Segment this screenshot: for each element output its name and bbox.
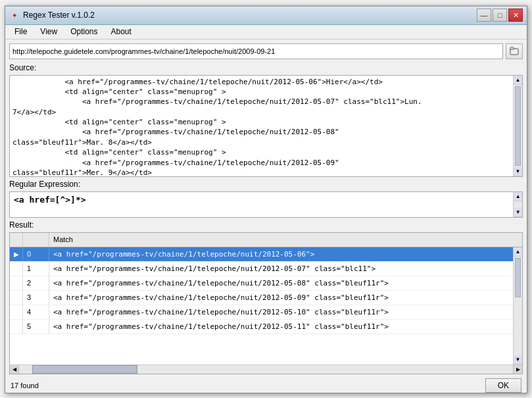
svg-rect-1 [510,47,514,49]
row-match: <a href="/programmes-tv/chaine/1/telepoc… [49,250,513,259]
scroll-down-arrow[interactable]: ▼ [514,167,522,176]
result-scrollbar[interactable]: ▲ ▼ [513,247,522,364]
result-table-header: Match [10,233,522,247]
row-match: <a href="/programmes-tv/chaine/1/telepoc… [49,293,513,302]
row-number: 3 [23,291,49,305]
hscroll-thumb[interactable] [32,365,137,374]
source-label: Source: [9,63,523,72]
menu-view[interactable]: View [34,26,64,37]
row-arrow [10,262,23,276]
source-textarea[interactable] [10,76,513,176]
row-arrow [10,291,23,305]
result-horizontal-scrollbar[interactable]: ◀ ▶ [10,364,522,374]
menu-about[interactable]: About [105,26,138,37]
menu-bar: File View Options About [5,25,527,39]
scroll-thumb[interactable] [515,86,521,166]
minimize-button[interactable]: — [477,9,491,22]
hscroll-left[interactable]: ◀ [10,365,19,374]
maximize-button[interactable]: □ [493,9,507,22]
row-match: <a href="/programmes-tv/chaine/1/telepoc… [49,279,513,287]
header-num-col [23,233,49,247]
close-button[interactable]: ✕ [508,9,523,22]
menu-file[interactable]: File [8,26,34,37]
row-arrow: ▶ [10,247,23,261]
window-controls: — □ ✕ [477,9,523,22]
row-arrow [10,276,23,290]
result-table: Match ▶0<a href="/programmes-tv/chaine/1… [9,232,523,374]
row-match: <a href="/programmes-tv/chaine/1/telepoc… [49,308,513,316]
menu-options[interactable]: Options [64,26,104,37]
row-number: 5 [23,320,49,334]
url-open-button[interactable] [506,43,523,59]
regex-scrollbar[interactable]: ▲ ▼ [513,192,522,217]
regex-scroll-up[interactable]: ▲ [514,192,522,201]
scroll-up-arrow[interactable]: ▲ [514,76,522,85]
row-arrow [10,305,23,319]
hscroll-right[interactable]: ▶ [513,365,522,374]
result-scroll-up[interactable]: ▲ [514,247,522,257]
table-row[interactable]: 2<a href="/programmes-tv/chaine/1/telepo… [10,276,513,291]
result-scroll-down[interactable]: ▼ [514,355,522,364]
header-arrow-col [10,233,23,247]
window-title: Regex Tester v.1.0.2 [23,11,477,20]
found-status: 17 found [11,382,39,389]
regex-input[interactable] [10,192,513,217]
url-row [9,43,523,59]
regex-label: Regular Expression: [9,180,523,189]
row-number: 1 [23,262,49,276]
regex-scroll-down[interactable]: ▼ [514,208,522,217]
table-row[interactable]: 3<a href="/programmes-tv/chaine/1/telepo… [10,291,513,305]
app-icon: ✦ [9,10,20,20]
row-match: <a href="/programmes-tv/chaine/1/telepoc… [49,322,513,331]
header-match-col: Match [49,236,513,243]
row-number: 2 [23,276,49,290]
result-label: Result: [9,220,523,230]
main-window: ✦ Regex Tester v.1.0.2 — □ ✕ File View O… [5,5,527,393]
table-row[interactable]: 1<a href="/programmes-tv/chaine/1/telepo… [10,262,513,276]
source-scrollbar[interactable]: ▲ ▼ [513,76,522,176]
row-arrow [10,320,23,334]
table-row[interactable]: 4<a href="/programmes-tv/chaine/1/telepo… [10,305,513,320]
row-number: 0 [23,247,49,261]
row-match: <a href="/programmes-tv/chaine/1/telepoc… [49,264,513,273]
table-row[interactable]: 5<a href="/programmes-tv/chaine/1/telepo… [10,320,513,334]
ok-button[interactable]: OK [485,378,521,393]
row-number: 4 [23,305,49,319]
result-rows: ▶0<a href="/programmes-tv/chaine/1/telep… [10,247,513,364]
status-bar: 17 found OK [5,378,527,393]
result-scroll-thumb[interactable] [515,258,521,297]
table-row[interactable]: ▶0<a href="/programmes-tv/chaine/1/telep… [10,247,513,262]
content-area: Source: ▲ ▼ Regular Expression: ▲ ▼ Resu… [5,39,527,378]
title-bar: ✦ Regex Tester v.1.0.2 — □ ✕ [5,7,527,25]
url-input[interactable] [9,43,503,59]
